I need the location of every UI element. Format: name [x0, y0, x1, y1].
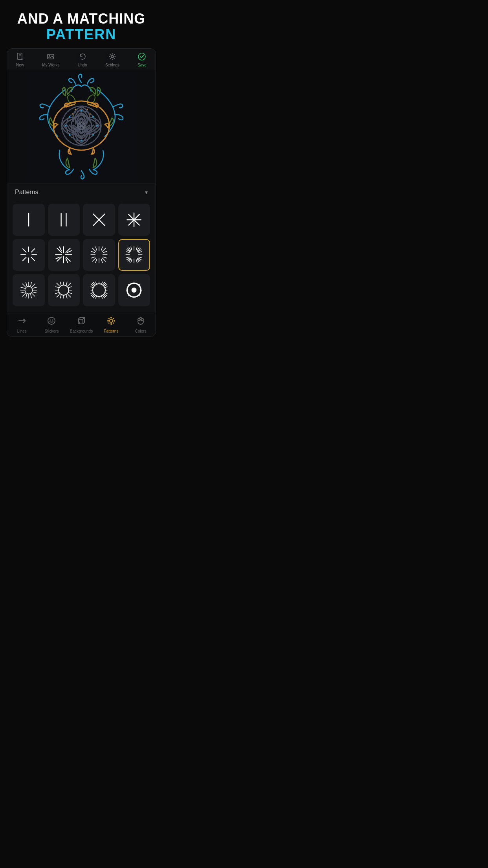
svg-line-103: [22, 284, 26, 287]
svg-line-148: [95, 296, 96, 298]
svg-point-18: [92, 116, 94, 118]
svg-line-154: [105, 294, 107, 296]
pattern-cell-2[interactable]: [48, 204, 80, 236]
svg-point-132: [93, 284, 105, 296]
bottom-nav: Lines Stickers: [7, 312, 156, 337]
svg-line-64: [102, 248, 106, 252]
svg-line-69: [91, 257, 95, 258]
toolbar: New My Works Undo: [7, 49, 156, 70]
svg-line-85: [126, 257, 129, 258]
svg-line-56: [68, 251, 72, 253]
toolbar-new[interactable]: New: [16, 53, 24, 67]
svg-point-175: [107, 320, 109, 322]
nav-colors[interactable]: Colors: [129, 316, 152, 333]
pattern-cell-11[interactable]: [83, 274, 115, 306]
header-section: AND A MATCHING PATTERN: [0, 0, 163, 48]
pattern-grid: [7, 200, 156, 312]
svg-line-67: [101, 259, 102, 263]
svg-line-70: [91, 252, 95, 253]
svg-line-73: [95, 259, 97, 263]
svg-point-169: [50, 319, 51, 320]
svg-line-145: [91, 287, 93, 287]
svg-point-26: [75, 109, 76, 110]
svg-line-127: [55, 292, 59, 293]
svg-rect-0: [17, 53, 22, 59]
pattern-cell-7[interactable]: [83, 239, 115, 271]
svg-line-140: [92, 296, 94, 297]
toolbar-settings[interactable]: Settings: [105, 53, 119, 67]
nav-backgrounds[interactable]: Backgrounds: [70, 316, 93, 333]
pattern-cell-5[interactable]: [13, 239, 45, 271]
svg-line-121: [68, 294, 70, 297]
patterns-header[interactable]: Patterns ▾: [7, 184, 156, 200]
lines-icon: [17, 316, 27, 328]
svg-line-123: [57, 294, 59, 297]
svg-point-7: [49, 55, 50, 57]
nav-backgrounds-label: Backgrounds: [70, 329, 93, 333]
svg-point-21: [81, 140, 82, 142]
svg-line-63: [102, 258, 106, 261]
svg-line-156: [93, 296, 94, 298]
svg-point-8: [111, 55, 114, 58]
myworks-icon: [47, 53, 55, 62]
svg-line-122: [68, 283, 70, 285]
svg-line-144: [91, 292, 93, 293]
toolbar-myworks[interactable]: My Works: [42, 53, 59, 67]
svg-line-65: [92, 258, 96, 261]
svg-point-180: [108, 322, 109, 324]
undo-icon: [79, 53, 86, 62]
svg-line-107: [26, 282, 27, 286]
pattern-cell-3[interactable]: [83, 204, 115, 236]
save-icon: [138, 53, 146, 62]
svg-line-146: [105, 292, 107, 293]
svg-line-125: [66, 295, 67, 298]
toolbar-save[interactable]: Save: [138, 53, 147, 67]
svg-line-72: [101, 247, 102, 250]
svg-point-24: [69, 116, 70, 118]
svg-point-184: [140, 317, 142, 319]
pattern-cell-8-selected[interactable]: [118, 239, 150, 271]
pattern-cell-1[interactable]: [13, 204, 45, 236]
svg-line-82: [131, 247, 132, 250]
svg-line-150: [103, 296, 105, 298]
svg-line-66: [95, 247, 97, 250]
svg-point-172: [110, 319, 113, 322]
canvas-area[interactable]: [7, 70, 156, 184]
svg-line-111: [21, 287, 25, 288]
svg-point-177: [108, 318, 109, 319]
toolbar-undo[interactable]: Undo: [78, 53, 87, 67]
svg-line-149: [93, 282, 94, 284]
svg-line-164: [139, 295, 140, 296]
colors-icon: [136, 316, 145, 328]
svg-line-142: [101, 296, 102, 298]
svg-line-45: [23, 257, 26, 261]
backgrounds-icon: [77, 316, 86, 328]
svg-line-108: [31, 294, 31, 298]
svg-line-163: [128, 284, 129, 285]
svg-line-166: [128, 295, 129, 296]
svg-line-88: [136, 247, 137, 250]
nav-patterns[interactable]: Patterns: [99, 316, 123, 333]
svg-line-153: [91, 285, 93, 286]
pattern-cell-4[interactable]: [118, 204, 150, 236]
pattern-cell-12[interactable]: [118, 274, 150, 306]
pattern-cell-6[interactable]: [48, 239, 80, 271]
nav-stickers[interactable]: Stickers: [40, 316, 63, 333]
svg-line-151: [105, 285, 107, 286]
toolbar-myworks-label: My Works: [42, 63, 59, 67]
app-frame: New My Works Undo: [7, 48, 156, 337]
nav-lines[interactable]: Lines: [10, 316, 34, 333]
svg-point-25: [87, 109, 88, 110]
svg-line-57: [56, 257, 60, 259]
svg-point-158: [132, 288, 137, 293]
pattern-cell-9[interactable]: [13, 274, 45, 306]
svg-line-54: [60, 247, 62, 251]
header-line1: AND A MATCHING: [8, 11, 155, 27]
svg-line-126: [69, 287, 72, 287]
nav-stickers-label: Stickers: [45, 329, 59, 333]
pattern-cell-10[interactable]: [48, 274, 80, 306]
patterns-title: Patterns: [15, 189, 39, 196]
mandala-artwork: [26, 72, 136, 182]
svg-line-137: [92, 283, 94, 285]
svg-point-178: [113, 322, 114, 324]
